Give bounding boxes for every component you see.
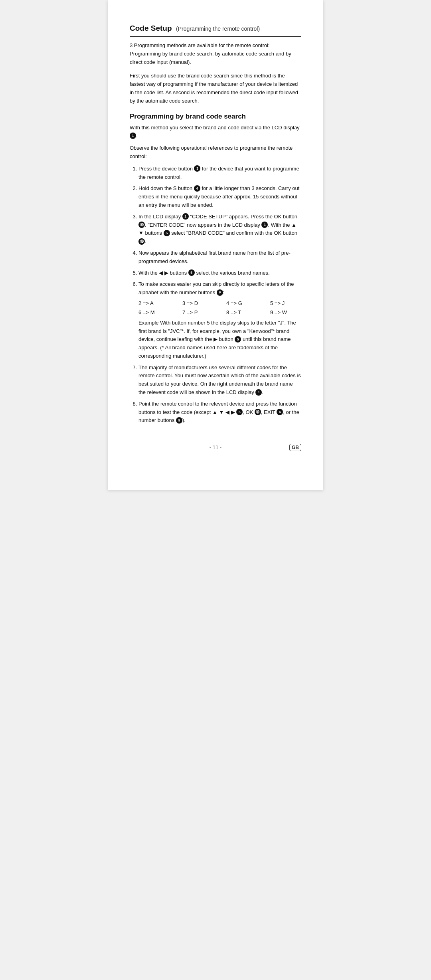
step-8: Point the remote control to the relevent… <box>138 400 301 425</box>
circle-5b: 5 <box>188 269 195 276</box>
map-3d: 3 => D <box>182 299 226 308</box>
mapping-row-1: 2 => A 3 => D 4 => G 5 => J <box>138 299 301 308</box>
mapping-table: 2 => A 3 => D 4 => G 5 => J 6 => M 7 => … <box>138 299 301 317</box>
title-section: Code Setup (Programming the remote contr… <box>130 24 301 37</box>
step-5: With the ◀ ▶ buttons 5 select the variou… <box>138 269 301 277</box>
circle-13a: ⑲ <box>138 222 145 228</box>
page-title: Code Setup <box>130 24 172 32</box>
circle-1a: 1 <box>182 213 189 220</box>
footer: - 11 - GB <box>130 441 301 450</box>
map-5j: 5 => J <box>270 299 314 308</box>
steps-list: Press the device button 3 for the device… <box>130 165 301 425</box>
page-number: - 11 - <box>130 444 301 450</box>
circle-3: 3 <box>194 165 200 172</box>
circle-5c: 5 <box>235 336 241 343</box>
country-badge: GB <box>289 444 301 451</box>
intro-paragraph-1: 3 Programming methods are available for … <box>130 42 301 66</box>
circle-4: 4 <box>194 185 200 192</box>
intro-paragraph-2: First you should use the brand code sear… <box>130 72 301 105</box>
step-3: In the LCD display 1 "CODE SETUP" appear… <box>138 213 301 246</box>
circle-5d: 5 <box>236 409 243 415</box>
circle-13c: ⑲ <box>255 409 261 415</box>
circle-9b: 9 <box>176 417 182 424</box>
map-9w: 9 => W <box>270 308 314 317</box>
circle-9a: 9 <box>217 289 223 296</box>
map-4g: 4 => G <box>226 299 270 308</box>
circle-5a: 5 <box>164 230 170 236</box>
step-1: Press the device button 3 for the device… <box>138 165 301 182</box>
map-8t: 8 => T <box>226 308 270 317</box>
circle-13b: ⑲ <box>138 238 145 245</box>
map-7p: 7 => P <box>182 308 226 317</box>
circle-1b: 1 <box>261 222 268 228</box>
page-subtitle: (Programming the remote control) <box>176 26 260 32</box>
map-6m: 6 => M <box>138 308 182 317</box>
circle-1: 1 <box>130 133 136 139</box>
section1-heading: Programming by brand code search <box>130 113 301 121</box>
step-2: Hold down the S button 4 for a little lo… <box>138 184 301 209</box>
step-7: The majority of manufacturers use severa… <box>138 364 301 397</box>
section1-intro1: With this method you select the brand an… <box>130 124 301 141</box>
map-2a: 2 => A <box>138 299 182 308</box>
section1-intro2: Observe the following operational refere… <box>130 144 301 161</box>
mapping-row-2: 6 => M 7 => P 8 => T 9 => W <box>138 308 301 317</box>
step-6: To make access easier you can skip direc… <box>138 280 301 360</box>
step-4: Now appears the alphabetical first brand… <box>138 249 301 266</box>
page: Code Setup (Programming the remote contr… <box>108 0 323 490</box>
circle-6a: 6 <box>277 409 283 415</box>
circle-1c: 1 <box>255 389 262 396</box>
